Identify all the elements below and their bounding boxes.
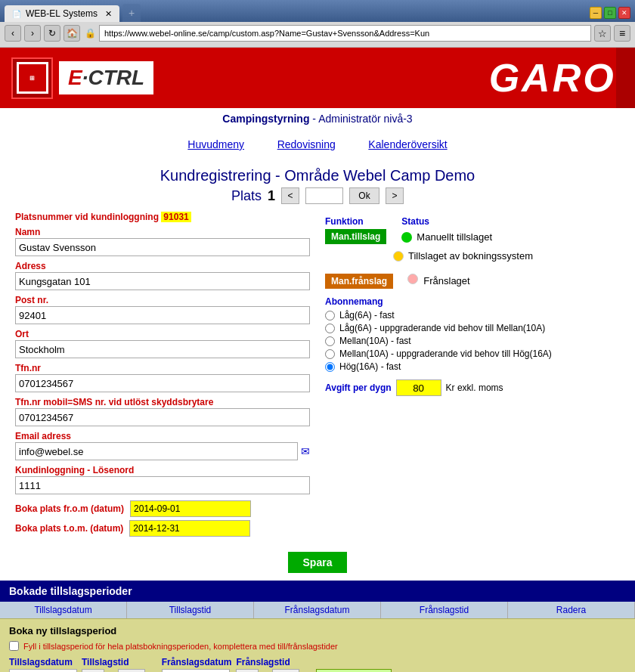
browser-tab[interactable]: 📄 WEB-EL Systems ✕ (5, 5, 119, 22)
right-form: Funktion Man.tillslag Status Manuellt ti… (325, 212, 620, 537)
nav-hauptmeny[interactable]: Huvudmeny (187, 138, 244, 150)
fran-tid-arrow: ▼ (260, 669, 271, 672)
abonnemang-label-1: Låg(6A) - uppgraderande vid behov till M… (339, 323, 545, 333)
col-radera: Radera (508, 602, 635, 618)
spara-button[interactable]: Spara (288, 552, 348, 573)
nav-redovisning[interactable]: Redovisning (277, 138, 336, 150)
nav-kalender[interactable]: Kalenderöversikt (368, 138, 447, 150)
tfnnr-label: Tfn.nr (15, 363, 310, 373)
tillslag-datum-input[interactable] (9, 669, 77, 672)
maximize-button[interactable]: □ (604, 7, 616, 19)
page-title: Kundregistrering - Område Webel Camp Dem… (8, 167, 627, 184)
tillslag-tid-m-select[interactable]: 00 (118, 669, 145, 672)
forward-button[interactable]: › (24, 25, 41, 42)
col-tillslagstid: Tillslagstid (127, 602, 254, 618)
minimize-button[interactable]: ─ (590, 7, 602, 19)
abonnemang-label-2: Mellan(10A) - fast (339, 336, 411, 346)
namn-input[interactable] (15, 238, 310, 256)
ort-label: Ort (15, 329, 310, 339)
plats-label: Plats (231, 188, 262, 204)
adress-label: Adress (15, 261, 310, 271)
fill-period-checkbox[interactable] (9, 641, 19, 651)
kundlogg-input[interactable] (15, 476, 310, 494)
back-button[interactable]: ‹ (5, 25, 21, 42)
funktion-label: Funktion (325, 216, 364, 227)
platsnummer-value: 91031 (161, 212, 190, 222)
admin-level: - Administratör nivå-3 (312, 113, 412, 125)
abonnemang-label: Abonnemang (325, 296, 620, 307)
tab-close-icon[interactable]: ✕ (105, 9, 112, 19)
abonnemang-label-4: Hög(16A) - fast (339, 361, 401, 372)
fran-tid-m-select[interactable]: 00 (272, 669, 299, 672)
col-tillslagsdatum: Tillslagsdatum (0, 602, 127, 618)
table-header-row: Tillslagsdatum Tillslagstid Frånslagsdat… (0, 602, 635, 618)
fran-datum-input[interactable] (162, 669, 230, 672)
avgift-unit: Kr exkl. moms (446, 382, 503, 393)
status-yellow-dot (393, 251, 404, 262)
avgift-label: Avgift per dygn (325, 382, 392, 393)
lagg-till-button[interactable]: Lägg till period (316, 669, 392, 672)
fill-period-label: Fyll i tillslagsperiod för hela platsbok… (23, 642, 338, 651)
site-header: ⊞ E·CTRL GARO® (0, 48, 635, 108)
garo-logo-area: GARO® (489, 55, 624, 101)
address-bar[interactable]: https://www.webel-online.se/camp/custom.… (99, 25, 591, 42)
abonnemang-radio-0[interactable] (325, 311, 335, 321)
abonnemang-radio-2[interactable] (325, 336, 335, 346)
plats-next-button[interactable]: > (386, 187, 404, 204)
tfn-mobil-label: Tfn.nr mobil=SMS nr. vid utlöst skyddsbr… (15, 397, 310, 407)
home-button[interactable]: 🏠 (64, 25, 80, 42)
tillslaget-boknings-text: Tillslaget av bokningssystem (408, 250, 533, 262)
abonnemang-option-1: Låg(6A) - uppgraderande vid behov till M… (325, 323, 620, 333)
abonnemang-radio-4[interactable] (325, 362, 335, 372)
abonnemang-label-0: Låg(6A) - fast (339, 310, 395, 321)
boka-from-input[interactable] (130, 500, 251, 517)
plats-input[interactable] (305, 187, 343, 204)
plats-ok-button[interactable]: Ok (349, 187, 379, 204)
abonnemang-options: Låg(6A) - fastLåg(6A) - uppgraderande vi… (325, 310, 620, 372)
system-title: Campingstyrning - Administratör nivå-3 (0, 108, 635, 129)
tfn-mobil-input[interactable] (15, 408, 310, 426)
manuellt-tillslaget-text: Manuellt tillslaget (417, 231, 492, 243)
bokade-header: Bokade tillslagsperioder (0, 581, 635, 602)
tillslag-tid-arrow: ▼ (106, 669, 116, 672)
tfnnr-input[interactable] (15, 374, 310, 392)
boka-col3-label: Frånslagsdatum (162, 657, 232, 667)
avgift-input[interactable] (396, 379, 441, 396)
tillslag-tid-h-select[interactable]: -- (82, 669, 104, 672)
postnr-input[interactable] (15, 306, 310, 324)
franslaget-text: Frånslaget (423, 275, 469, 286)
abonnemang-radio-3[interactable] (325, 349, 335, 359)
email-icon[interactable]: ✉ (301, 445, 310, 457)
man-franslag-button[interactable]: Man.frånslag (325, 274, 393, 289)
abonnemang-radio-1[interactable] (325, 324, 335, 333)
ectrl-brand: E·CTRL (59, 61, 153, 94)
new-tab-btn[interactable]: + (122, 4, 141, 22)
reload-button[interactable]: ↻ (44, 25, 60, 42)
ort-input[interactable] (15, 340, 310, 358)
boka-ny-section: Boka ny tillslagsperiod Fyll i tillslags… (0, 618, 635, 672)
man-tillslag-button[interactable]: Man.tillslag (325, 229, 386, 244)
plats-prev-button[interactable]: < (281, 187, 299, 204)
kundlogg-label: Kundinloggning - Lösenord (15, 465, 310, 475)
adress-input[interactable] (15, 272, 310, 290)
bookmark-button[interactable]: ☆ (594, 25, 611, 42)
close-button[interactable]: ✕ (618, 7, 630, 19)
col-franstid: Frånslagstid (381, 602, 508, 618)
menu-button[interactable]: ≡ (614, 25, 630, 42)
boka-tom-input[interactable] (129, 520, 250, 537)
status-pink-dot (407, 274, 418, 284)
email-label: Email adress (15, 431, 310, 441)
left-form: Platsnummer vid kundinloggning 91031 Nam… (15, 212, 310, 537)
garo-brand: GARO (489, 55, 616, 101)
email-input[interactable] (15, 442, 298, 460)
col-fransdatum: Frånslagsdatum (254, 602, 381, 618)
spara-area: Spara (0, 544, 635, 581)
boka-col1-label: Tillslagsdatum (9, 657, 77, 667)
fran-tid-h-select[interactable]: -- (236, 669, 259, 672)
abonnemang-option-2: Mellan(10A) - fast (325, 336, 620, 346)
abonnemang-option-3: Mellan(10A) - uppgraderande vid behov ti… (325, 348, 620, 359)
main-navigation: Huvudmeny Redovisning Kalenderöversikt (0, 129, 635, 159)
status-green-dot (401, 232, 412, 243)
boka-from-label: Boka plats fr.o.m (datum) (15, 503, 124, 514)
fran-min-arrow: ▼ (301, 669, 311, 672)
